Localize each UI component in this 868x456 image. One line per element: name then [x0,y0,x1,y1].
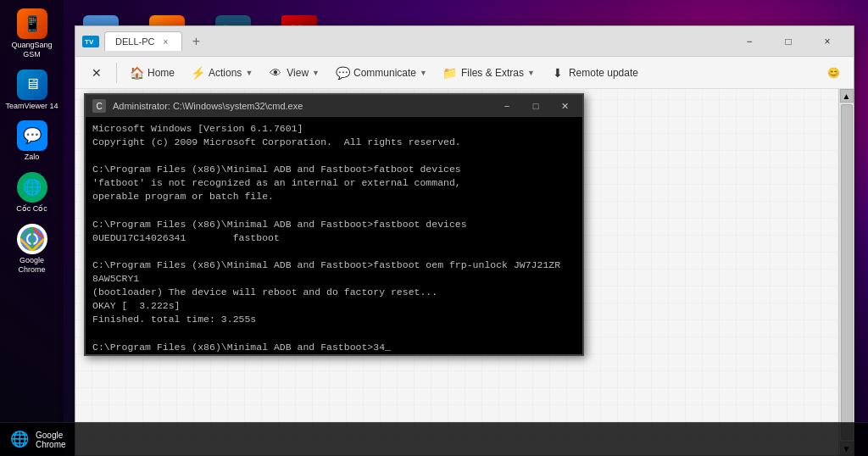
cmd-line-2: Copyright (c) 2009 Microsoft Corporation… [92,136,576,149]
close-button[interactable]: × [808,26,847,57]
remote-update-button[interactable]: ⬇ Remote update [543,62,645,84]
communicate-label: Communicate [353,67,416,79]
cmd-line-4: C:\Program Files (x86)\Minimal ADB and F… [92,163,576,176]
cmd-line-11: C:\Program Files (x86)\Minimal ADB and F… [92,259,576,286]
cmd-line-7 [92,204,576,218]
cmd-line-13: OKAY [ 3.222s] [92,299,576,313]
sidebar-item-teamviewer[interactable]: 🖥 TeamViewer 14 [3,65,61,115]
remote-desktop-view: C Administrator: C:\Windows\system32\cmd… [75,89,854,455]
emoji-button[interactable]: 😊 [821,64,847,82]
cmd-minimize[interactable]: − [496,97,518,114]
communicate-chevron: ▼ [420,69,427,77]
files-chevron: ▼ [527,69,535,77]
files-extras-button[interactable]: 📁 Files & Extras ▼ [436,62,542,84]
toolbar: ✕ 🏠 Home ⚡ Actions ▼ 👁 View ▼ 💬 Communic… [75,57,854,89]
home-icon: 🏠 [129,65,144,81]
new-tab-button[interactable]: + [186,31,206,52]
sidebar-item-quangsang[interactable]: 📱 QuangSang GSM [3,4,61,64]
cmd-line-16: C:\Program Files (x86)\Minimal ADB and F… [92,341,576,354]
home-label: Home [147,67,175,79]
cmd-line-10 [92,245,576,259]
actions-label: Actions [209,67,242,79]
tab-label: DELL-PC [115,36,154,47]
teamviewer-logo: TV [82,36,99,47]
communicate-icon: 💬 [335,65,350,81]
sidebar-item-zalo[interactable]: 💬 Zalo [3,116,61,166]
cmd-title-bar: C Administrator: C:\Windows\system32\cmd… [86,95,582,117]
scrollbar-area: ▲ ▼ [838,89,854,455]
cmd-icon: C [92,99,106,113]
view-button[interactable]: 👁 View ▼ [261,62,326,84]
view-icon: 👁 [268,65,283,81]
cmd-line-15 [92,326,576,340]
minimize-button[interactable]: − [730,26,769,57]
files-label: Files & Extras [461,67,524,79]
taskbar-chrome-label: GoogleChrome [36,431,66,449]
communicate-button[interactable]: 💬 Communicate ▼ [328,62,434,84]
cmd-line-3 [92,149,576,163]
sidebar-label-zalo: Zalo [25,153,40,162]
desktop: 📱 QuangSang GSM 🖥 TeamViewer 14 💬 Zalo 🌐… [0,0,868,456]
teamviewer-window: TV DELL-PC × + − □ × ✕ 🏠 Home [75,25,854,456]
cmd-maximize[interactable]: □ [525,97,547,114]
taskbar: 🌐 GoogleChrome [0,422,868,456]
tab-close-button[interactable]: × [159,36,171,47]
cmd-line-1: Microsoft Windows [Version 6.1.7601] [92,122,576,136]
taskbar-chrome-icon: 🌐 [10,430,31,450]
view-chevron: ▼ [312,69,320,77]
actions-icon: ⚡ [190,65,205,81]
actions-chevron: ▼ [245,69,253,77]
sidebar-label-teamviewer: TeamViewer 14 [6,102,58,111]
cmd-line-8: C:\Program Files (x86)\Minimal ADB and F… [92,218,576,231]
toolbar-close-button[interactable]: ✕ [82,62,111,84]
title-bar: TV DELL-PC × + − □ × [75,26,854,57]
sidebar-label-coccoc: Cốc Cốc [16,204,47,214]
cmd-close[interactable]: ✕ [554,97,576,114]
cmd-line-5: 'fatboot' is not recognized as an intern… [92,176,576,190]
close-icon: ✕ [89,65,104,81]
sidebar-label-quangsang: QuangSang GSM [6,41,58,59]
main-content: C Administrator: C:\Windows\system32\cmd… [75,89,854,455]
window-controls: − □ × [730,26,847,57]
remote-update-label: Remote update [569,67,638,79]
cmd-line-14: Finished. total time: 3.255s [92,313,576,326]
sidebar: 📱 QuangSang GSM 🖥 TeamViewer 14 💬 Zalo 🌐… [0,0,64,456]
cmd-output[interactable]: Microsoft Windows [Version 6.1.7601] Cop… [86,117,582,354]
emoji-icon: 😊 [827,67,840,79]
files-icon: 📁 [442,65,458,81]
view-label: View [287,67,309,79]
maximize-button[interactable]: □ [769,26,808,57]
cmd-line-6: operable program or batch file. [92,190,576,203]
scroll-thumb [841,104,853,440]
home-button[interactable]: 🏠 Home [122,62,181,84]
actions-button[interactable]: ⚡ Actions ▼ [183,62,259,84]
cmd-line-9: 0UEDU17C14026341 fastboot [92,231,576,245]
remote-update-icon: ⬇ [550,65,565,81]
sidebar-item-coccoc[interactable]: 🌐 Cốc Cốc [3,168,61,218]
sidebar-item-google-chrome[interactable]: Google Chrome [3,220,61,279]
cmd-title: Administrator: C:\Windows\system32\cmd.e… [113,101,489,111]
separator-1 [116,63,117,83]
cmd-window[interactable]: C Administrator: C:\Windows\system32\cmd… [84,93,584,356]
taskbar-item-chrome[interactable]: 🌐 GoogleChrome [3,426,73,453]
sidebar-label-chrome: Google Chrome [6,256,58,275]
title-tab-dellpc[interactable]: DELL-PC × [104,31,182,51]
scroll-up[interactable]: ▲ [840,89,854,103]
cmd-line-12: (bootloader) The device will reboot and … [92,286,576,299]
svg-text:TV: TV [85,38,94,46]
